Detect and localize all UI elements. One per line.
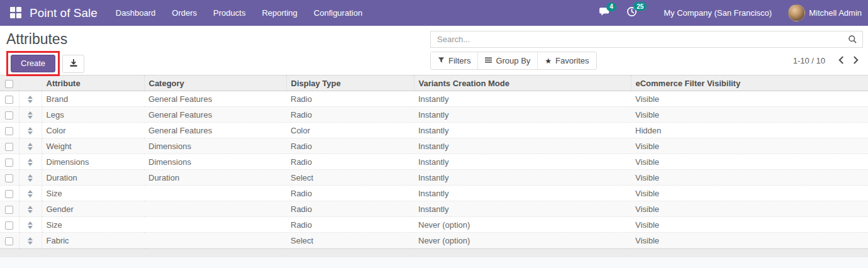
row-handle-cell[interactable]: [19, 217, 42, 233]
row-checkbox[interactable]: [5, 143, 13, 151]
row-handle-cell[interactable]: [19, 186, 42, 201]
cell-visibility[interactable]: Visible: [631, 186, 868, 201]
cell-variants-mode[interactable]: Never (option): [414, 217, 631, 233]
cell-visibility[interactable]: Visible: [631, 107, 868, 123]
column-header-ecommerce-filter-visibility[interactable]: eCommerce Filter Visibility: [631, 75, 868, 91]
cell-attribute[interactable]: Brand: [42, 91, 144, 107]
cell-display-type[interactable]: Radio: [286, 91, 414, 107]
row-handle-cell[interactable]: [19, 154, 42, 170]
cell-attribute[interactable]: Dimensions: [42, 154, 144, 170]
drag-handle-icon[interactable]: [28, 221, 33, 229]
cell-display-type[interactable]: Radio: [286, 186, 414, 201]
row-handle-cell[interactable]: [19, 123, 42, 138]
drag-handle-icon[interactable]: [28, 127, 33, 135]
cell-attribute[interactable]: Gender: [42, 201, 144, 217]
cell-visibility[interactable]: Visible: [631, 91, 868, 107]
activities-menu[interactable]: 25: [626, 6, 637, 20]
row-checkbox[interactable]: [5, 237, 13, 245]
row-checkbox[interactable]: [5, 190, 13, 198]
row-handle-cell[interactable]: [19, 91, 42, 107]
cell-display-type[interactable]: Radio: [286, 154, 414, 170]
drag-handle-icon[interactable]: [28, 174, 33, 182]
cell-variants-mode[interactable]: Instantly: [414, 186, 631, 201]
row-checkbox-cell[interactable]: [0, 138, 19, 154]
cell-category[interactable]: Dimensions: [144, 138, 286, 154]
cell-category[interactable]: General Features: [144, 91, 286, 107]
select-all-header[interactable]: [0, 75, 19, 91]
cell-visibility[interactable]: Visible: [631, 201, 868, 217]
column-header-display-type[interactable]: Display Type: [286, 75, 414, 91]
cell-display-type[interactable]: Radio: [286, 201, 414, 217]
table-row[interactable]: WeightDimensionsRadioInstantlyVisible: [0, 138, 868, 154]
create-button[interactable]: Create: [11, 55, 55, 72]
cell-visibility[interactable]: Visible: [631, 154, 868, 170]
cell-attribute[interactable]: Color: [42, 123, 144, 138]
row-handle-cell[interactable]: [19, 201, 42, 217]
cell-display-type[interactable]: Select: [286, 170, 414, 186]
drag-handle-icon[interactable]: [28, 96, 33, 103]
user-menu[interactable]: Mitchell Admin: [788, 4, 862, 21]
row-checkbox[interactable]: [5, 159, 13, 167]
messages-menu[interactable]: 4: [599, 7, 611, 20]
table-row[interactable]: BrandGeneral FeaturesRadioInstantlyVisib…: [0, 91, 868, 107]
cell-display-type[interactable]: Radio: [286, 138, 414, 154]
cell-visibility[interactable]: Visible: [631, 233, 868, 248]
pager-previous-button[interactable]: [834, 55, 849, 67]
cell-category[interactable]: General Features: [144, 107, 286, 123]
row-checkbox-cell[interactable]: [0, 107, 19, 123]
nav-item-dashboard[interactable]: Dashboard: [108, 0, 164, 26]
row-checkbox-cell[interactable]: [0, 233, 19, 248]
nav-item-products[interactable]: Products: [205, 0, 253, 26]
cell-display-type[interactable]: Radio: [286, 107, 414, 123]
row-checkbox[interactable]: [5, 221, 13, 230]
cell-variants-mode[interactable]: Instantly: [414, 138, 631, 154]
row-checkbox-cell[interactable]: [0, 201, 19, 217]
row-checkbox-cell[interactable]: [0, 170, 19, 186]
cell-attribute[interactable]: Weight: [42, 138, 144, 154]
table-row[interactable]: DurationDurationSelectInstantlyVisible: [0, 170, 868, 186]
cell-category[interactable]: [144, 201, 286, 217]
nav-item-configuration[interactable]: Configuration: [306, 0, 370, 26]
cell-variants-mode[interactable]: Instantly: [414, 107, 631, 123]
cell-display-type[interactable]: Color: [286, 123, 414, 138]
select-all-checkbox[interactable]: [5, 80, 13, 88]
cell-variants-mode[interactable]: Instantly: [414, 154, 631, 170]
cell-variants-mode[interactable]: Instantly: [414, 123, 631, 138]
table-row[interactable]: SizeRadioInstantlyVisible: [0, 186, 868, 201]
export-button[interactable]: [62, 55, 84, 73]
row-checkbox-cell[interactable]: [0, 123, 19, 138]
drag-handle-icon[interactable]: [28, 190, 33, 198]
apps-grid-icon[interactable]: [10, 7, 22, 19]
app-name[interactable]: Point of Sale: [30, 6, 97, 20]
cell-attribute[interactable]: Legs: [42, 107, 144, 123]
cell-variants-mode[interactable]: Instantly: [414, 170, 631, 186]
row-handle-cell[interactable]: [19, 233, 42, 248]
cell-variants-mode[interactable]: Instantly: [414, 91, 631, 107]
pager-next-button[interactable]: [849, 55, 863, 67]
table-row[interactable]: LegsGeneral FeaturesRadioInstantlyVisibl…: [0, 107, 868, 123]
search-icon[interactable]: [848, 35, 857, 47]
row-handle-cell[interactable]: [19, 107, 42, 123]
cell-attribute[interactable]: Size: [42, 217, 144, 233]
cell-variants-mode[interactable]: Never (option): [414, 233, 631, 248]
row-checkbox[interactable]: [5, 174, 13, 182]
cell-category[interactable]: General Features: [144, 123, 286, 138]
table-row[interactable]: ColorGeneral FeaturesColorInstantlyHidde…: [0, 123, 868, 138]
filters-button[interactable]: Filters: [431, 52, 477, 69]
cell-visibility[interactable]: Visible: [631, 138, 868, 154]
row-checkbox-cell[interactable]: [0, 217, 19, 233]
column-header-attribute[interactable]: Attribute: [42, 75, 144, 91]
cell-display-type[interactable]: Radio: [286, 217, 414, 233]
company-switcher[interactable]: My Company (San Francisco): [664, 8, 772, 18]
cell-attribute[interactable]: Fabric: [42, 233, 144, 248]
cell-visibility[interactable]: Visible: [631, 217, 868, 233]
search-input[interactable]: [430, 31, 863, 48]
cell-category[interactable]: Duration: [144, 170, 286, 186]
cell-category[interactable]: [144, 186, 286, 201]
group-by-button[interactable]: Group By: [477, 52, 537, 69]
row-checkbox[interactable]: [5, 206, 13, 214]
row-checkbox-cell[interactable]: [0, 91, 19, 107]
column-header-category[interactable]: Category: [144, 75, 286, 91]
drag-handle-icon[interactable]: [28, 237, 33, 245]
row-checkbox-cell[interactable]: [0, 186, 19, 201]
